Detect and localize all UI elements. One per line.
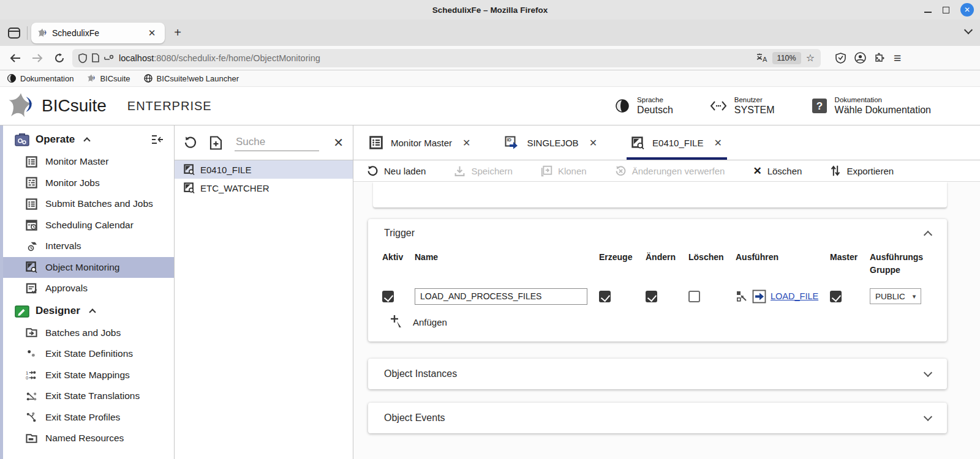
page-info-icon[interactable] (92, 53, 99, 62)
sidebar-item-exit-state-mappings[interactable]: 10 Exit State Mappings (0, 365, 174, 386)
close-tab-icon[interactable]: ✕ (462, 137, 470, 149)
master-checkbox[interactable] (830, 291, 842, 302)
clone-button[interactable]: Klonen (541, 165, 587, 177)
collapse-sidebar-icon[interactable] (149, 133, 164, 146)
trigger-target-link[interactable]: LOAD_FILE (771, 291, 818, 301)
discard-changes-button[interactable]: Änderungen verwerfen (615, 165, 725, 177)
url-text[interactable]: localhost:8080/schedulix-fe/home/ObjectM… (119, 53, 752, 63)
translate-icon[interactable]: A (756, 53, 767, 63)
erzeuge-checkbox[interactable] (599, 291, 611, 302)
list-all-tabs-icon[interactable] (964, 26, 973, 34)
list-item-label: ETC_WATCHER (200, 183, 270, 193)
sidebar-item-scheduling-calendar[interactable]: Scheduling Calendar (0, 215, 174, 236)
window-title: SchedulixFe – Mozilla Firefox (432, 6, 548, 15)
section-title: Trigger (384, 228, 415, 239)
shield-check-icon[interactable] (835, 53, 846, 64)
sidebar-item-intervals[interactable]: Intervals (0, 236, 174, 257)
sidebar-item-named-resources[interactable]: Named Resources (0, 428, 174, 449)
menu-icon[interactable]: ≡ (894, 51, 901, 64)
browser-navbar: localhost:8080/schedulix-fe/home/ObjectM… (0, 46, 980, 70)
maximize-icon[interactable] (943, 7, 949, 13)
aktiv-checkbox[interactable] (382, 291, 394, 302)
expand-section-icon[interactable] (924, 368, 932, 377)
forward-icon[interactable] (28, 50, 47, 67)
account-icon[interactable] (854, 52, 866, 64)
object-instances-section[interactable]: Object Instances (368, 359, 947, 389)
globe-favicon (144, 74, 153, 83)
trigger-header[interactable]: Trigger (368, 228, 947, 239)
documentation-selector[interactable]: ? DokumentationWähle Dokumentation (812, 96, 931, 116)
close-window-icon[interactable]: ✕ (960, 3, 974, 17)
choose-object-icon[interactable] (736, 290, 748, 302)
user-selector[interactable]: BenutzerSYSTEM (710, 96, 775, 116)
sidebar: Operate Monitor Master Monitor Jobs Subm… (0, 125, 175, 459)
export-button[interactable]: Exportieren (830, 165, 894, 177)
sidebar-item-exit-state-definitions[interactable]: Exit State Definitions (0, 343, 174, 365)
sidebar-item-monitor-jobs[interactable]: Monitor Jobs (0, 173, 174, 194)
sidebar-item-exit-state-profiles[interactable]: Exit State Profiles (0, 407, 174, 428)
url-bar[interactable]: localhost:8080/schedulix-fe/home/ObjectM… (72, 49, 821, 67)
search-input[interactable] (235, 135, 319, 151)
object-events-section[interactable]: Object Events (368, 403, 947, 433)
sidebar-item-submit-batches-and-jobs[interactable]: Submit Batches and Jobs (0, 193, 174, 215)
code-user-icon (710, 100, 727, 111)
bookmark-bicsuite[interactable]: BICsuite (87, 74, 130, 83)
refresh-icon[interactable] (184, 136, 197, 149)
tab-e0410-file[interactable]: E0410_FILE ✕ (623, 125, 731, 160)
sidebar-section-designer[interactable]: Designer (0, 299, 174, 323)
svg-text:ID: ID (507, 137, 512, 143)
list-item-etc-watcher[interactable]: ETC_WATCHER (175, 179, 353, 197)
loeschen-checkbox[interactable] (688, 291, 700, 302)
clear-search-icon[interactable]: ✕ (333, 135, 344, 150)
button-label: Löschen (767, 166, 802, 176)
tab-singlejob[interactable]: ID SINGLEJOB ✕ (496, 125, 606, 160)
reload-icon[interactable] (50, 50, 69, 67)
tab-separator (27, 26, 28, 40)
group-dropdown[interactable]: PUBLIC ▾ (870, 288, 921, 304)
new-tab-icon[interactable]: + (171, 26, 184, 40)
expand-section-icon[interactable] (924, 412, 932, 421)
save-icon (454, 165, 466, 177)
close-tab-icon[interactable]: ✕ (714, 137, 722, 149)
main-panel: Monitor Master ✕ ID SINGLEJOB ✕ E0410_FI… (353, 125, 980, 459)
browser-tab-schedulixfe[interactable]: SchedulixFe ✕ (31, 23, 165, 43)
save-button[interactable]: Speichern (454, 165, 513, 177)
bookmark-label: BICsuite!web Launcher (157, 74, 239, 83)
shield-icon[interactable] (78, 53, 87, 63)
reload-button[interactable]: Neu laden (367, 165, 426, 177)
open-object-icon[interactable] (752, 289, 766, 304)
connection-icon[interactable] (104, 54, 114, 62)
back-icon[interactable] (6, 50, 24, 67)
sidebar-item-monitor-master[interactable]: Monitor Master (0, 151, 174, 173)
list-item-e0410-file[interactable]: E0410_FILE (175, 160, 353, 179)
add-trigger-button[interactable]: Anfügen (368, 308, 947, 341)
delete-button[interactable]: ✕ Löschen (753, 165, 802, 177)
trigger-name-input[interactable] (415, 288, 587, 305)
language-selector[interactable]: SpracheDeutsch (615, 96, 673, 116)
header-right: SpracheDeutsch BenutzerSYSTEM ? Dokument… (615, 96, 968, 116)
user-label: Benutzer (734, 96, 775, 103)
sidebar-item-label: Exit State Profiles (45, 412, 120, 423)
sidebar-item-object-monitoring[interactable]: Object Monitoring (0, 257, 174, 278)
new-object-icon[interactable] (209, 136, 222, 150)
list-icon (26, 198, 37, 210)
bookmark-dokumentation[interactable]: Dokumentation (7, 74, 74, 83)
sidebar-section-operate[interactable]: Operate (0, 128, 174, 151)
sidebar-item-exit-state-translations[interactable]: Exit State Translations (0, 386, 174, 407)
close-tab-icon[interactable]: ✕ (145, 26, 159, 40)
tab-monitor-master[interactable]: Monitor Master ✕ (361, 125, 479, 160)
firefox-view-icon[interactable] (5, 25, 23, 41)
extensions-icon[interactable] (875, 53, 885, 64)
sidebar-item-batches-and-jobs[interactable]: Batches and Jobs (0, 323, 174, 344)
close-tab-icon[interactable]: ✕ (589, 137, 597, 149)
bookmark-bicsuite-web-launcher[interactable]: BICsuite!web Launcher (144, 74, 239, 83)
column-header: Löschen (688, 251, 736, 284)
aendern-checkbox[interactable] (646, 291, 657, 302)
translation-icon (26, 390, 37, 402)
bookmark-star-icon[interactable]: ☆ (806, 52, 815, 64)
sidebar-item-approvals[interactable]: Approvals (0, 278, 174, 299)
minimize-icon[interactable] (924, 12, 932, 13)
collapse-section-icon[interactable] (924, 231, 932, 239)
zoom-level-badge[interactable]: 110% (772, 52, 801, 64)
language-label: Sprache (637, 96, 673, 103)
